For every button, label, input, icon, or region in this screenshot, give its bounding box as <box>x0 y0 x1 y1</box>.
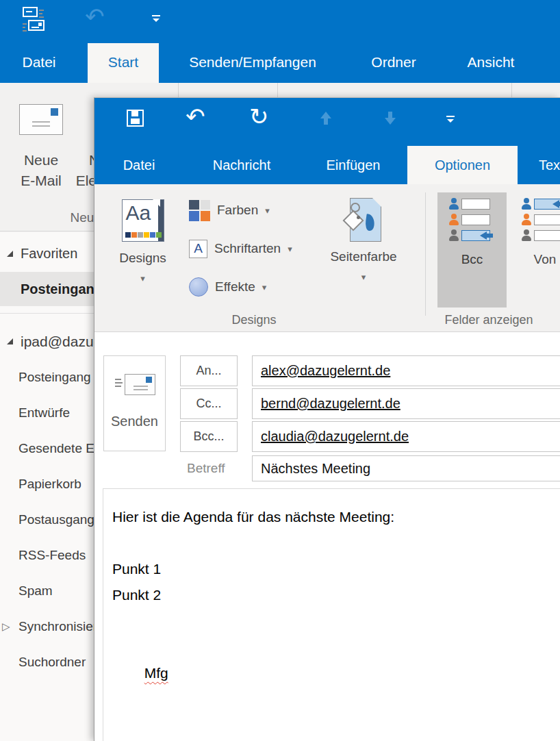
body-line <box>112 608 560 634</box>
subject-field[interactable]: Nächstes Meeting <box>252 455 560 481</box>
sidebar-item-synchronisierungsprobleme[interactable]: ▷ Synchronisierungsprobleme <box>0 609 94 644</box>
farben-button[interactable]: Farben ▾ <box>189 198 270 223</box>
sidebar-item-posteingang-favorite[interactable]: Posteingang <box>0 272 94 306</box>
to-button[interactable]: An... <box>180 355 238 386</box>
sidebar-item-suchordner[interactable]: Suchordner <box>0 644 94 680</box>
tab-datei[interactable]: Datei <box>18 41 60 83</box>
sidebar-item-spam[interactable]: Spam <box>0 573 94 609</box>
von-fields-icon <box>522 198 560 243</box>
body-line: Chef <box>112 712 560 741</box>
send-receive-app-icon <box>23 7 50 34</box>
account-header-label: ipad@dazugelernt.de <box>21 327 94 357</box>
cc-recipient[interactable]: bernd@dazugelernt.de <box>261 396 400 411</box>
seitenfarbe-label: Seitenfarbe <box>330 249 396 264</box>
sidebar-item-entwuerfe[interactable]: Entwürfe <box>0 395 94 431</box>
body-line: Mfg <box>112 634 560 712</box>
bcc-toggle-button[interactable]: Bcc <box>437 192 507 307</box>
send-envelope-icon <box>114 374 156 397</box>
save-icon[interactable] <box>127 110 144 127</box>
bcc-recipient[interactable]: claudia@dazugelernt.de <box>261 429 409 444</box>
move-up-icon[interactable] <box>320 112 331 125</box>
sidebar-favorites-header[interactable]: Favoriten <box>0 241 94 266</box>
tab-ordner[interactable]: Ordner <box>365 41 422 83</box>
undo-icon[interactable]: ↶ <box>85 5 105 28</box>
redo-icon[interactable]: ↻ <box>249 105 269 128</box>
sidebar-item-posteingang[interactable]: Posteingang <box>0 360 94 395</box>
tab-start[interactable]: Start <box>88 43 159 83</box>
customize-quick-access-icon[interactable] <box>152 15 160 22</box>
sidebar-item-postausgang[interactable]: Postausgang <box>0 502 94 538</box>
body-line: Punkt 2 <box>112 582 560 608</box>
new-email-label-line2: E-Mail <box>21 171 62 191</box>
theme-fonts-icon: A <box>189 240 207 258</box>
bcc-field[interactable]: claudia@dazugelernt.de <box>252 421 560 452</box>
main-ribbon-tabs: Datei Start Senden/Empfangen Ordner Ansi… <box>0 41 560 83</box>
ribbon-group-separator <box>277 83 278 97</box>
cc-field[interactable]: bernd@dazugelernt.de <box>252 388 560 419</box>
to-field[interactable]: alex@dazugelernt.de <box>252 355 560 386</box>
von-button-label: Von <box>534 252 557 267</box>
bcc-button-label: Bcc <box>461 252 483 267</box>
chevron-down-icon: ▾ <box>140 274 145 283</box>
body-line <box>112 530 560 556</box>
sidebar-item-rss-feeds[interactable]: RSS-Feeds <box>0 538 94 573</box>
move-down-icon[interactable] <box>385 112 396 125</box>
cc-button[interactable]: Cc... <box>180 388 238 419</box>
favorites-header-label: Favoriten <box>21 241 77 266</box>
misspelled-word: Mfg <box>144 665 168 681</box>
sidebar-separator <box>0 313 94 314</box>
send-button[interactable]: Senden <box>103 355 166 451</box>
send-button-label: Senden <box>111 414 158 429</box>
expanded-triangle-icon[interactable] <box>7 338 13 344</box>
designs-button[interactable]: Aa Designs ▾ <box>110 188 175 313</box>
schriftarten-button[interactable]: A Schriftarten ▾ <box>189 236 292 261</box>
undo-icon[interactable]: ↶ <box>186 105 205 128</box>
customize-quick-access-icon[interactable] <box>446 116 455 123</box>
ribbon-group-separator <box>511 83 512 97</box>
page-color-icon <box>346 198 381 242</box>
tab-nachricht[interactable]: Nachricht <box>197 146 286 184</box>
chevron-down-icon: ▾ <box>265 206 270 215</box>
body-line: Punkt 1 <box>112 556 560 582</box>
theme-colors-icon <box>189 200 210 221</box>
compose-message-window: ↶ ↻ Datei Nachricht Einfügen Optionen Te… <box>94 97 560 741</box>
schriftarten-label: Schriftarten <box>214 241 281 256</box>
tab-einfuegen[interactable]: Einfügen <box>309 146 398 184</box>
sidebar-item-papierkorb[interactable]: Papierkorb <box>0 466 94 502</box>
folder-pane: Favoriten Posteingang ipad@dazugelernt.d… <box>0 232 94 741</box>
chevron-down-icon: ▾ <box>361 273 366 281</box>
ribbon-group-separator <box>425 192 426 316</box>
group-label-designs: Designs <box>110 313 398 327</box>
bcc-button[interactable]: Bcc... <box>180 421 238 452</box>
effekte-label: Effekte <box>215 279 255 294</box>
subject-label: Betreff <box>187 455 245 481</box>
ribbon-group-separator <box>178 83 179 97</box>
sidebar-item-gesendete[interactable]: Gesendete Elemente <box>0 431 94 466</box>
envelope-icon <box>19 104 63 135</box>
compose-ribbon-tabs: Datei Nachricht Einfügen Optionen Text f… <box>94 146 560 184</box>
seitenfarbe-button[interactable]: Seitenfarbe ▾ <box>329 188 398 313</box>
to-recipient[interactable]: alex@dazugelernt.de <box>261 363 390 378</box>
tab-optionen[interactable]: Optionen <box>407 146 518 184</box>
chevron-down-icon: ▾ <box>288 244 292 253</box>
tab-datei[interactable]: Datei <box>117 146 161 184</box>
folder-label: Synchronisierungsprobleme <box>18 619 94 633</box>
chevron-down-icon: ▾ <box>262 283 267 292</box>
designs-icon: Aa <box>122 199 164 242</box>
tab-ansicht[interactable]: Ansicht <box>460 41 522 83</box>
collapsed-triangle-icon[interactable]: ▷ <box>2 609 10 644</box>
expanded-triangle-icon[interactable] <box>7 251 13 257</box>
sidebar-account-header[interactable]: ipad@dazugelernt.de <box>0 327 94 357</box>
theme-effects-icon <box>189 277 208 297</box>
tab-text-formatieren[interactable]: Text formatieren <box>526 146 560 184</box>
group-label-felder-anzeigen: Felder anzeigen <box>423 313 555 327</box>
main-titlebar: ↶ <box>0 0 560 41</box>
tab-senden-empfangen[interactable]: Senden/Empfangen <box>180 41 325 83</box>
compose-ribbon: Aa Designs ▾ Farben ▾ A <box>94 184 560 332</box>
body-line: Hier ist die Agenda für das nächste Meet… <box>112 504 560 530</box>
designs-button-label: Designs <box>119 251 166 266</box>
new-email-label-line1: Neue <box>24 150 58 171</box>
message-body-editor[interactable]: Hier ist die Agenda für das nächste Meet… <box>103 488 560 741</box>
effekte-button[interactable]: Effekte ▾ <box>189 275 266 299</box>
von-toggle-button[interactable]: Von <box>511 192 560 307</box>
